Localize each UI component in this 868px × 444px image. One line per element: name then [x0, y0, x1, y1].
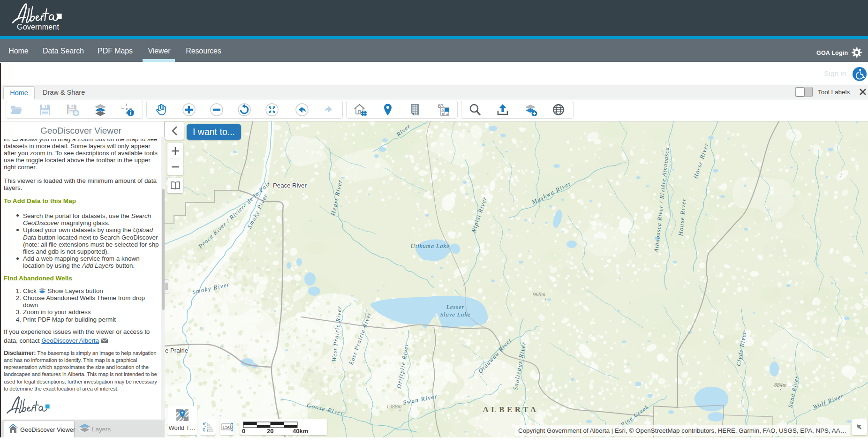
svg-text:40km: 40km — [293, 428, 308, 435]
svg-text:G: G — [442, 108, 444, 112]
svg-text:ALBERTA: ALBERTA — [483, 405, 539, 414]
svg-text:Peace River: Peace River — [273, 182, 307, 189]
svg-text:0: 0 — [242, 428, 245, 435]
svg-text:Lesser: Lesser — [446, 303, 465, 310]
svg-text:Slave Lake: Slave Lake — [440, 311, 471, 318]
svg-text:A: A — [446, 112, 448, 115]
svg-text:Utikuma Lake: Utikuma Lake — [411, 242, 450, 249]
svg-text:884m: 884m — [774, 382, 787, 388]
svg-text:1:500: 1:500 — [222, 425, 233, 429]
svg-text:1388m: 1388m — [386, 403, 402, 410]
svg-text:968m.: 968m. — [533, 291, 547, 298]
svg-text:e Prairie: e Prairie — [165, 347, 188, 354]
svg-text:20: 20 — [267, 428, 273, 435]
svg-text:B: B — [442, 112, 444, 115]
